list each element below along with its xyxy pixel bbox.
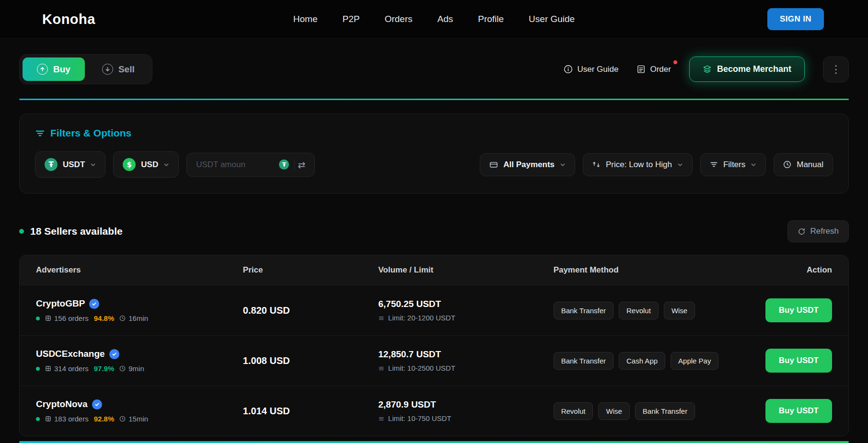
clock-icon	[119, 416, 126, 422]
completion-rate: 92.8%	[94, 415, 115, 423]
payment-chip[interactable]: Wise	[598, 402, 629, 420]
advertiser-name[interactable]: CryptoGBP	[36, 298, 85, 309]
limit-icon: ≡	[378, 414, 384, 423]
fiat-select[interactable]: $ USD	[113, 151, 179, 178]
limit-row: ≡ Limit: 20-1200 USDT	[378, 314, 553, 322]
advertiser-name-row: USDCExchange	[36, 349, 243, 359]
sellers-header: 18 Sellers available Refresh	[19, 220, 849, 242]
become-merchant-button[interactable]: Become Merchant	[689, 57, 805, 82]
filters-right-group: All Payments Price: Low to High Filter	[480, 153, 833, 176]
user-guide-link[interactable]: User Guide	[564, 65, 618, 74]
sellers-count: 18 Sellers available	[19, 226, 123, 237]
col-price: Price	[243, 265, 378, 275]
payment-chip[interactable]: Bank Transfer	[554, 302, 613, 319]
table-row: CryptoGBP 156 orders 94.8% 16min 0.820 U…	[20, 285, 848, 335]
avg-time: 9min	[119, 364, 144, 373]
nav-item-profile[interactable]: Profile	[478, 14, 504, 24]
volume-value: 6,750.25 USDT	[378, 299, 553, 309]
verified-badge-icon	[89, 299, 99, 309]
usd-coin-icon: $	[123, 158, 136, 171]
sell-tab-label: Sell	[118, 64, 135, 75]
advertiser-cell: CryptoGBP 156 orders 94.8% 16min	[36, 298, 243, 322]
buy-sell-toggle: Buy Sell	[19, 54, 152, 84]
swap-icon[interactable]: ⇄	[294, 159, 305, 170]
payments-select[interactable]: All Payments	[480, 153, 575, 176]
online-dot-icon	[36, 367, 40, 371]
chevron-down-icon	[90, 162, 96, 168]
arrow-up-circle-icon	[37, 64, 48, 75]
sort-select[interactable]: Price: Low to High	[583, 153, 693, 176]
kebab-icon: ⋮	[831, 63, 841, 76]
filter-icon	[710, 160, 718, 169]
orders-icon	[45, 416, 51, 422]
manual-button[interactable]: Manual	[774, 153, 833, 176]
payment-chip[interactable]: Wise	[664, 302, 695, 319]
table-header-row: Advertisers Price Volume / Limit Payment…	[20, 255, 848, 285]
payment-methods-cell: Bank Transfer Revolut Wise	[554, 302, 752, 319]
limit-icon: ≡	[378, 364, 384, 373]
nav-item-p2p[interactable]: P2P	[342, 14, 359, 24]
col-payment-method: Payment Method	[554, 265, 752, 275]
filters-title-label: Filters & Options	[50, 127, 131, 139]
buy-tab[interactable]: Buy	[23, 57, 85, 81]
advertiser-name[interactable]: USDCExchange	[36, 349, 105, 359]
price-cell: 1.014 USD	[243, 406, 378, 417]
sort-arrows-icon	[592, 160, 601, 169]
order-notification-dot	[673, 60, 677, 64]
orders-icon	[45, 365, 51, 372]
col-volume-limit: Volume / Limit	[378, 265, 553, 275]
refresh-button[interactable]: Refresh	[787, 220, 849, 242]
buy-usdt-button[interactable]: Buy USDT	[765, 349, 832, 373]
chevron-down-icon	[163, 162, 169, 168]
filters-select[interactable]: Filters	[700, 153, 766, 176]
order-label: Order	[650, 65, 671, 74]
crypto-select-value: USDT	[63, 160, 85, 170]
toolbar-actions: User Guide Order Become Merchant ⋮	[564, 57, 849, 82]
volume-value: 12,850.7 USDT	[378, 349, 553, 360]
payment-chip[interactable]: Revolut	[554, 402, 593, 420]
filters-panel: Filters & Options Ŧ USDT $ USD Ŧ ⇄	[19, 114, 849, 193]
verified-badge-icon	[109, 349, 119, 359]
sell-tab[interactable]: Sell	[88, 57, 149, 81]
advertiser-meta: 156 orders 94.8% 16min	[36, 314, 243, 322]
volume-limit-cell: 6,750.25 USDT ≡ Limit: 20-1200 USDT	[378, 299, 553, 322]
payment-chip[interactable]: Cash App	[619, 352, 665, 370]
crypto-select[interactable]: Ŧ USDT	[35, 151, 105, 178]
advertiser-cell: CryptoNova 183 orders 92.8% 15min	[36, 399, 243, 423]
refresh-label: Refresh	[810, 227, 839, 236]
payment-chip[interactable]: Apple Pay	[671, 352, 718, 370]
advertiser-name-row: CryptoNova	[36, 399, 243, 409]
payment-chip[interactable]: Bank Transfer	[554, 352, 613, 370]
volume-limit-cell: 12,850.7 USDT ≡ Limit: 10-2500 USDT	[378, 349, 553, 373]
nav-item-user-guide[interactable]: User Guide	[529, 14, 575, 24]
advertiser-name-row: CryptoGBP	[36, 298, 243, 309]
chevron-down-icon	[677, 162, 683, 168]
payment-methods-cell: Bank Transfer Cash App Apple Pay	[554, 352, 752, 370]
orders-count: 314 orders	[45, 364, 89, 373]
layers-icon	[703, 65, 712, 74]
sign-in-button[interactable]: SIGN IN	[767, 8, 824, 30]
buy-usdt-button[interactable]: Buy USDT	[765, 399, 832, 423]
filters-controls: Ŧ USDT $ USD Ŧ ⇄	[35, 151, 833, 178]
limit-row: ≡ Limit: 10-2500 USDT	[378, 364, 553, 373]
completion-rate: 97.9%	[94, 364, 115, 373]
advertiser-name[interactable]: CryptoNova	[36, 399, 88, 409]
payment-chip[interactable]: Bank Transfer	[635, 402, 695, 420]
table-row: CryptoNova 183 orders 92.8% 15min 1.014 …	[20, 386, 848, 436]
advertiser-cell: USDCExchange 314 orders 97.9% 9min	[36, 349, 243, 373]
nav-item-ads[interactable]: Ads	[437, 14, 453, 24]
volume-limit-cell: 2,870.9 USDT ≡ Limit: 10-750 USDT	[378, 399, 553, 423]
orders-count: 156 orders	[45, 314, 89, 322]
nav-item-home[interactable]: Home	[293, 14, 318, 24]
amount-input[interactable]	[196, 160, 274, 170]
nav-item-orders[interactable]: Orders	[384, 14, 412, 24]
more-options-button[interactable]: ⋮	[823, 57, 849, 82]
limit-row: ≡ Limit: 10-750 USDT	[378, 414, 553, 423]
online-dot-icon	[36, 417, 40, 421]
buy-usdt-button[interactable]: Buy USDT	[765, 298, 832, 322]
advertiser-meta: 314 orders 97.9% 9min	[36, 364, 243, 373]
payment-chip[interactable]: Revolut	[619, 302, 659, 319]
order-link[interactable]: Order	[637, 65, 671, 74]
clock-icon	[119, 365, 126, 372]
orders-icon	[45, 315, 51, 321]
